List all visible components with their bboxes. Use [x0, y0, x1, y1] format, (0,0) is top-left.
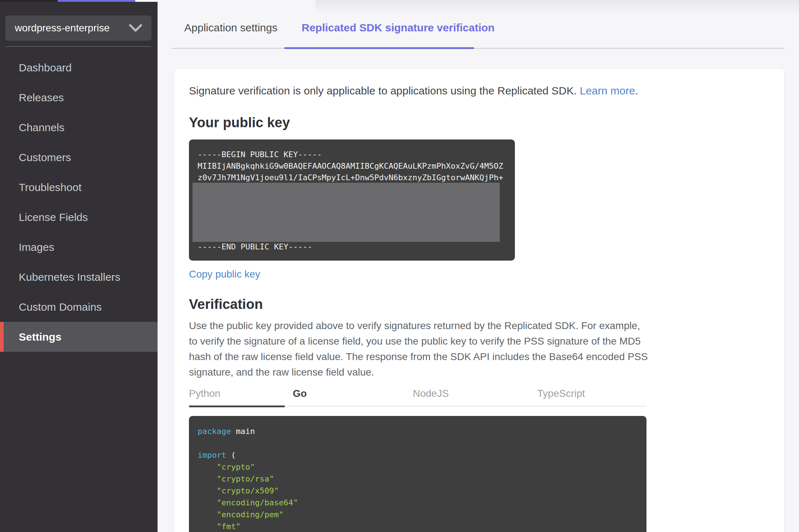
sidebar-item-dashboard[interactable]: Dashboard: [0, 53, 158, 83]
settings-tabs: Application settingsReplicated SDK signa…: [184, 22, 495, 37]
code-tab-python[interactable]: Python: [189, 388, 220, 399]
code-tab-nodejs[interactable]: NodeJS: [413, 388, 449, 399]
public-key-line: -----BEGIN PUBLIC KEY-----: [198, 149, 506, 160]
code-line: import (: [198, 449, 638, 461]
code-line: "encoding/pem": [198, 509, 638, 520]
public-key-text: -----BEGIN PUBLIC KEY-----MIIBIjANBgkqhk…: [198, 149, 506, 183]
code-line: "crypto/rsa": [198, 473, 638, 485]
code-tab-typescript[interactable]: TypeScript: [537, 388, 585, 399]
code-block: package main import ( "crypto" "crypto/r…: [189, 416, 646, 532]
main-top-gradient: [315, 0, 799, 14]
sidebar-item-images[interactable]: Images: [0, 232, 158, 262]
code-lines: package main import ( "crypto" "crypto/r…: [198, 425, 638, 532]
tab-replicated-sdk-signature-verification[interactable]: Replicated SDK signature verification: [302, 22, 495, 37]
verification-body: Use the public key provided above to ver…: [189, 318, 650, 380]
code-line: "fmt": [198, 520, 638, 532]
verification-heading: Verification: [189, 297, 784, 312]
public-key-end-line: -----END PUBLIC KEY-----: [198, 241, 312, 253]
top-nav-strip-dark: [0, 0, 58, 2]
sidebar-item-license-fields[interactable]: License Fields: [0, 202, 158, 232]
code-line: package main: [198, 425, 638, 437]
copy-public-key-link[interactable]: Copy public key: [189, 269, 260, 280]
main-content: Application settingsReplicated SDK signa…: [158, 0, 799, 532]
chevron-down-icon: [129, 24, 142, 32]
public-key-block: -----BEGIN PUBLIC KEY-----MIIBIjANBgkqhk…: [189, 139, 515, 261]
code-line: [198, 437, 638, 449]
top-nav-active-indicator: [58, 0, 135, 2]
vendor-portal-page: wordpress-enterprise DashboardReleasesCh…: [0, 0, 799, 532]
sidebar-nav: DashboardReleasesChannelsCustomersTroubl…: [0, 53, 158, 352]
public-key-line: MIIBIjANBgkqhkiG9w0BAQEFAAOCAQ8AMIIBCgKC…: [198, 160, 506, 172]
code-line: "crypto/x509": [198, 485, 638, 497]
code-line: "encoding/base64": [198, 497, 638, 509]
intro-text: Signature verification is only applicabl…: [189, 83, 784, 98]
sidebar-item-custom-domains[interactable]: Custom Domains: [0, 292, 158, 322]
public-key-heading: Your public key: [189, 115, 784, 130]
active-tab-underline: [284, 47, 474, 49]
tab-application-settings[interactable]: Application settings: [184, 22, 278, 37]
settings-card: Signature verification is only applicabl…: [174, 69, 784, 532]
sidebar-divider: [5, 46, 151, 47]
code-lang-tabs: GoNodeJSTypeScriptPython: [189, 388, 646, 407]
active-code-tab-underline: [189, 405, 285, 407]
top-nav-strip: [0, 0, 799, 2]
sidebar-item-channels[interactable]: Channels: [0, 112, 158, 142]
top-nav-strip-light: [135, 0, 158, 2]
sidebar-item-releases[interactable]: Releases: [0, 83, 158, 112]
public-key-line: z0v7Jh7M1NgV1joeu9l1/IaCPsMpyIcL+Dnw5Pdv…: [198, 172, 506, 183]
learn-more-link[interactable]: Learn more: [580, 85, 635, 97]
sidebar-item-customers[interactable]: Customers: [0, 142, 158, 172]
intro-text-body: Signature verification is only applicabl…: [189, 85, 580, 97]
intro-text-suffix: .: [635, 85, 638, 97]
code-line: "crypto": [198, 461, 638, 473]
app-selector-dropdown[interactable]: wordpress-enterprise: [5, 15, 151, 41]
code-tab-go[interactable]: Go: [293, 388, 307, 399]
sidebar-item-settings[interactable]: Settings: [0, 322, 158, 352]
sidebar-item-kubernetes-installers[interactable]: Kubernetes Installers: [0, 262, 158, 292]
public-key-redacted-region: [193, 183, 500, 242]
tabs-divider: [172, 48, 785, 49]
app-selector-label: wordpress-enterprise: [15, 22, 129, 34]
sidebar: wordpress-enterprise DashboardReleasesCh…: [0, 0, 158, 532]
sidebar-item-troubleshoot[interactable]: Troubleshoot: [0, 172, 158, 202]
